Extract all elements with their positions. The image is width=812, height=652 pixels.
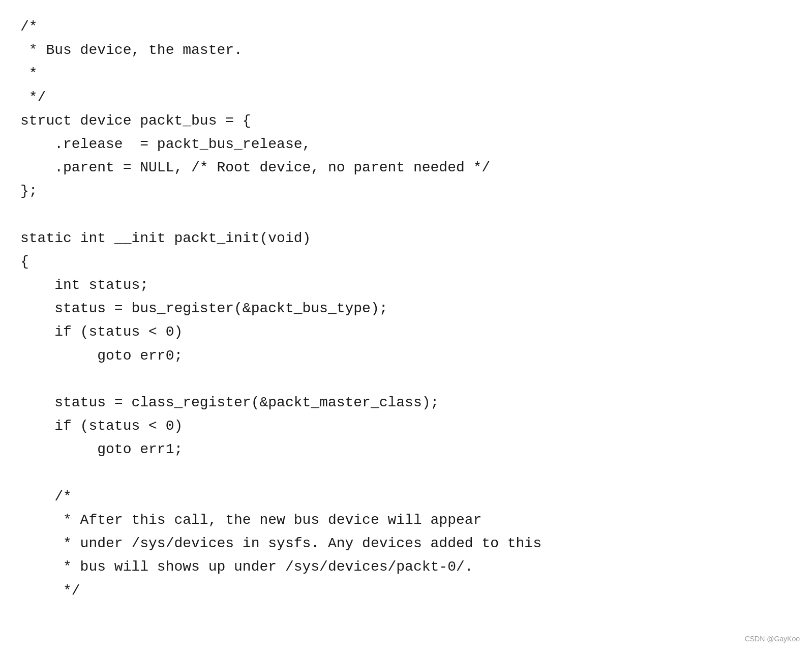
code-block: /* * Bus device, the master. * */ struct… xyxy=(20,15,792,603)
code-container: /* * Bus device, the master. * */ struct… xyxy=(0,0,812,652)
watermark: CSDN @GayKoo xyxy=(745,635,800,643)
